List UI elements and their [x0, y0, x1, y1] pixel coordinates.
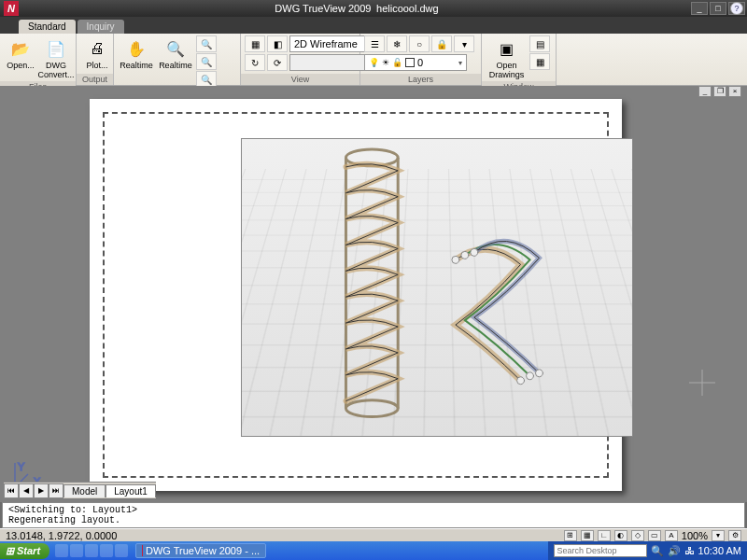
status-config-button[interactable]: ⚙: [728, 530, 741, 541]
layer-off-button[interactable]: ○: [409, 35, 430, 52]
pan-realtime-button[interactable]: ✋ Realtime: [118, 35, 155, 72]
polar-toggle[interactable]: ◐: [614, 530, 627, 541]
zoom-window-button[interactable]: 🔍: [196, 35, 217, 52]
svg-point-8: [527, 372, 534, 380]
snap-toggle[interactable]: ⊞: [564, 530, 577, 541]
layer-color-swatch: [405, 58, 415, 67]
layer-lock-button[interactable]: 🔒: [431, 35, 452, 52]
help-button[interactable]: ?: [730, 2, 743, 15]
maximize-button[interactable]: □: [710, 2, 726, 15]
panel-output-label: Output: [77, 74, 113, 85]
doc-minimize-button[interactable]: _: [698, 86, 712, 97]
paper-sheet[interactable]: [90, 99, 622, 491]
plot-button[interactable]: 🖨 Plot...: [80, 35, 114, 72]
ql-app-icon[interactable]: [115, 544, 128, 557]
view-named-button[interactable]: ▦: [245, 35, 265, 52]
svg-text:Y: Y: [18, 461, 25, 472]
app-icon: [142, 545, 143, 556]
panel-layers-label: Layers: [360, 74, 481, 85]
magnifier-icon: 🔍: [164, 37, 187, 60]
zoom-extents-button[interactable]: 🔍: [196, 53, 217, 70]
folder-open-icon: 📂: [9, 37, 32, 60]
layer-more-button[interactable]: ▾: [454, 35, 474, 52]
clock[interactable]: 10:30 AM: [698, 545, 741, 556]
pan-hand-icon: ✋: [125, 37, 148, 60]
svg-point-5: [461, 251, 469, 259]
document-window: _ ❐ ×: [4, 90, 743, 498]
drawing-content: [242, 139, 632, 436]
workspace: _ ❐ ×: [0, 86, 747, 502]
osnap-toggle[interactable]: ◇: [631, 530, 644, 541]
layer-props-button[interactable]: ☰: [364, 35, 385, 52]
zoom-realtime-button[interactable]: 🔍 Realtime: [157, 35, 194, 72]
sun-icon: ☀: [382, 58, 389, 67]
model-tab[interactable]: Model: [63, 484, 106, 497]
minimize-button[interactable]: _: [691, 2, 708, 15]
tab-inquiry[interactable]: Inquiry: [78, 20, 124, 34]
view-prev-button[interactable]: ◧: [267, 35, 288, 52]
annotation-toggle[interactable]: A: [665, 530, 678, 541]
open-button[interactable]: 📂 Open...: [4, 35, 37, 72]
window-title: DWG TrueView 2009 helicoool.dwg: [22, 3, 691, 14]
ortho-toggle[interactable]: ∟: [598, 530, 611, 541]
view-regen-button[interactable]: ↻: [245, 54, 265, 71]
window-tile-button[interactable]: ▦: [529, 53, 550, 70]
tray-network-icon[interactable]: 🖧: [684, 545, 695, 556]
system-tray: 🔍 🔊 🖧 10:30 AM: [548, 541, 747, 560]
command-line[interactable]: <Switching to: Layout1> Regenerating lay…: [2, 502, 745, 528]
svg-point-1: [345, 400, 398, 417]
convert-icon: 📄: [45, 37, 67, 60]
grid-toggle[interactable]: ▦: [581, 530, 594, 541]
printer-icon: 🖨: [86, 37, 108, 60]
ribbon: 📂 Open... 📄 DWG Convert... Files 🖨 Plot.…: [0, 34, 747, 86]
taskbar-app-button[interactable]: DWG TrueView 2009 - ...: [135, 543, 266, 558]
ql-media-icon[interactable]: [100, 544, 113, 557]
desktop-search-input[interactable]: [554, 544, 647, 557]
svg-point-6: [471, 248, 478, 256]
model-paper-toggle[interactable]: ▭: [648, 530, 661, 541]
tray-magnifier-icon[interactable]: 🔍: [651, 545, 664, 557]
tab-first-button[interactable]: ⏮: [4, 483, 19, 498]
status-bar: 13.0148, 1.9722, 0.0000 ⊞ ▦ ∟ ◐ ◇ ▭ A 10…: [0, 528, 747, 541]
svg-point-7: [517, 377, 525, 385]
start-button[interactable]: ⊞ Start: [0, 543, 49, 559]
crosshair-cursor-icon: [689, 370, 715, 396]
tray-volume-icon[interactable]: 🔊: [668, 545, 681, 557]
tab-next-button[interactable]: ▶: [34, 483, 49, 498]
svg-point-9: [535, 370, 543, 377]
panel-view-label: View: [241, 74, 359, 85]
window-cascade-button[interactable]: ▤: [529, 35, 550, 52]
quick-launch: [55, 544, 128, 557]
tab-prev-button[interactable]: ◀: [19, 483, 34, 498]
layout-viewport[interactable]: [241, 138, 633, 437]
dwg-convert-button[interactable]: 📄 DWG Convert...: [39, 35, 73, 81]
layer-freeze-button[interactable]: ❄: [387, 35, 407, 52]
lock-icon: 🔓: [392, 58, 402, 67]
layer-combo[interactable]: 💡 ☀ 🔓 0: [364, 54, 467, 71]
windows-taskbar: ⊞ Start DWG TrueView 2009 - ... 🔍 🔊 🖧 10…: [0, 541, 747, 560]
layout1-tab[interactable]: Layout1: [106, 484, 156, 497]
tab-standard[interactable]: Standard: [19, 20, 76, 34]
view-redraw-button[interactable]: ⟳: [267, 54, 288, 71]
ql-desktop-icon[interactable]: [55, 544, 68, 557]
lightbulb-icon: 💡: [369, 58, 379, 67]
app-logo-icon: N: [4, 1, 19, 16]
open-drawings-button[interactable]: ▣ Open Drawings: [486, 35, 528, 81]
windows-icon: ▣: [496, 37, 518, 60]
ql-mail-icon[interactable]: [85, 544, 98, 557]
ribbon-tabstrip: Standard Inquiry: [0, 17, 747, 34]
windows-logo-icon: ⊞: [6, 545, 14, 557]
coordinate-readout: 13.0148, 1.9722, 0.0000: [6, 530, 117, 541]
zoom-dropdown[interactable]: ▾: [712, 530, 725, 541]
tab-last-button[interactable]: ⏭: [49, 483, 63, 498]
svg-point-4: [452, 256, 459, 263]
doc-close-button[interactable]: ×: [728, 86, 741, 97]
zoom-readout: 100%: [682, 530, 708, 541]
model-layout-tabs: ⏮ ◀ ▶ ⏭ Model Layout1: [4, 482, 156, 498]
doc-restore-button[interactable]: ❐: [713, 86, 726, 97]
title-bar: N DWG TrueView 2009 helicoool.dwg _ □ ×: [0, 0, 747, 17]
ql-browser-icon[interactable]: [70, 544, 83, 557]
